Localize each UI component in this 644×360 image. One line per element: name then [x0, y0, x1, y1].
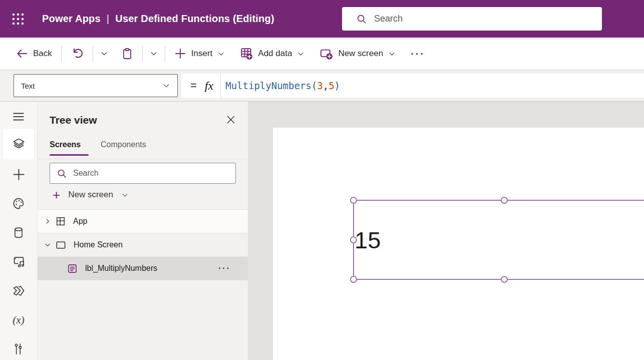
toolbar-divider — [61, 46, 62, 62]
label-text[interactable]: 15 — [355, 201, 381, 279]
tree-search[interactable] — [50, 163, 236, 184]
layers-icon — [12, 137, 26, 151]
rail-menu-button[interactable] — [3, 106, 34, 128]
rail-variables-button[interactable]: (x) — [3, 309, 34, 331]
toolbar-divider — [93, 46, 93, 62]
tree-search-input[interactable] — [73, 169, 235, 178]
tree-rows: App Home Screen — [38, 209, 248, 280]
tab-screens[interactable]: Screens — [50, 140, 81, 149]
back-label: Back — [33, 49, 52, 59]
paste-button[interactable] — [119, 45, 135, 63]
undo-icon — [71, 47, 84, 60]
formula-token: ( — [311, 80, 317, 91]
document-title: User Defined Functions (Editing) — [115, 13, 274, 25]
left-rail: (x) — [0, 102, 38, 360]
header-search[interactable] — [342, 7, 602, 31]
new-screen-button[interactable]: New screen — [317, 44, 398, 64]
undo-button[interactable] — [69, 44, 86, 63]
paste-chevron-button[interactable] — [150, 50, 158, 58]
rail-insert-button[interactable] — [3, 163, 34, 185]
toolbar-divider — [142, 46, 143, 62]
selection-handle-middle-left[interactable] — [350, 236, 357, 243]
insert-label: Insert — [191, 49, 213, 59]
new-screen-label: New screen — [68, 190, 113, 200]
property-selected: Text — [21, 82, 162, 90]
tab-components[interactable]: Components — [101, 140, 146, 149]
chevron-down-icon[interactable] — [44, 241, 51, 248]
selection-handle-top-middle[interactable] — [501, 197, 508, 204]
rail-power-automate-button[interactable] — [3, 280, 34, 302]
power-apps-studio: Power Apps | User Defined Functions (Edi… — [0, 0, 644, 360]
add-data-label: Add data — [258, 49, 292, 59]
selection-handle-bottom-left[interactable] — [350, 276, 357, 283]
fx-icon: fx — [205, 79, 213, 93]
chevron-down-icon — [121, 191, 129, 199]
tree-item-label: App — [73, 217, 87, 226]
chevron-down-icon — [217, 50, 225, 58]
toolbar-divider — [165, 46, 165, 62]
tree-item-label-control[interactable]: lbl_MultiplyNumbers ··· — [38, 257, 248, 280]
rail-advanced-tools-button[interactable] — [3, 338, 34, 360]
rail-tree-view-button[interactable] — [3, 129, 34, 160]
insert-button[interactable]: Insert — [172, 45, 227, 63]
rail-theme-button[interactable] — [3, 193, 34, 215]
screen-icon — [55, 239, 67, 251]
rail-media-button[interactable] — [3, 251, 34, 273]
waffle-icon[interactable] — [7, 8, 29, 30]
app-header: Power Apps | User Defined Functions (Edi… — [0, 0, 644, 38]
plus-icon — [12, 168, 26, 181]
rail-data-button[interactable] — [3, 222, 34, 244]
more-commands-button[interactable]: ··· — [411, 48, 425, 60]
back-arrow-icon — [16, 48, 28, 60]
clipboard-icon — [121, 48, 133, 60]
app-icon — [55, 216, 66, 227]
chevron-down-icon — [162, 82, 170, 90]
chevron-down-icon — [297, 50, 304, 58]
property-dropdown[interactable]: Text — [14, 74, 178, 97]
palette-icon — [12, 197, 26, 210]
plus-icon: + — [53, 190, 60, 200]
item-more-button[interactable]: ··· — [218, 264, 231, 273]
tree-item-app[interactable]: App — [38, 210, 248, 233]
selection-handle-top-left[interactable] — [350, 197, 357, 204]
selection-handle-bottom-middle[interactable] — [501, 276, 508, 283]
new-screen-label: New screen — [338, 49, 383, 59]
tree-new-screen-button[interactable]: + New screen — [53, 190, 129, 200]
sliders-icon — [12, 342, 25, 355]
add-data-button[interactable]: Add data — [238, 44, 306, 63]
search-icon — [57, 168, 67, 179]
formula-token: 5 — [329, 80, 334, 91]
tree-panel-empty-area — [38, 280, 248, 360]
table-plus-icon — [240, 47, 253, 60]
tree-item-home-screen[interactable]: Home Screen — [38, 233, 248, 257]
formula-token: 3 — [317, 80, 323, 91]
formula-input[interactable]: MultiplyNumbers(3,5) — [225, 80, 340, 91]
formula-divider — [220, 74, 221, 98]
tree-item-label: lbl_MultiplyNumbers — [85, 264, 157, 273]
label-control-icon — [67, 263, 78, 274]
divider — [38, 159, 248, 159]
formula-token: MultiplyNumbers — [225, 80, 311, 91]
database-icon — [12, 226, 25, 239]
chevron-right-icon[interactable] — [44, 218, 51, 225]
canvas-artboard[interactable]: 15 — [273, 128, 644, 360]
toolbar: Back — [0, 38, 644, 70]
power-automate-icon — [12, 284, 26, 298]
media-icon — [12, 255, 26, 268]
back-button[interactable]: Back — [14, 45, 54, 63]
header-search-input[interactable] — [374, 7, 602, 31]
chevron-down-icon — [388, 50, 396, 58]
formula-bar: Text = fx MultiplyNumbers(3,5) — [0, 70, 644, 102]
close-panel-button[interactable] — [226, 115, 236, 125]
formula-field: = fx MultiplyNumbers(3,5) — [181, 74, 644, 98]
undo-chevron-button[interactable] — [100, 50, 108, 58]
hamburger-icon — [12, 110, 25, 123]
selected-label-control[interactable]: 15 — [353, 200, 644, 280]
equals-sign: = — [190, 79, 197, 92]
product-name: Power Apps — [42, 13, 101, 25]
app-title: Power Apps | User Defined Functions (Edi… — [42, 13, 274, 25]
title-separator: | — [107, 13, 109, 25]
screen-plus-icon — [319, 47, 333, 61]
tree-view-title: Tree view — [50, 114, 97, 126]
close-icon — [226, 115, 236, 125]
